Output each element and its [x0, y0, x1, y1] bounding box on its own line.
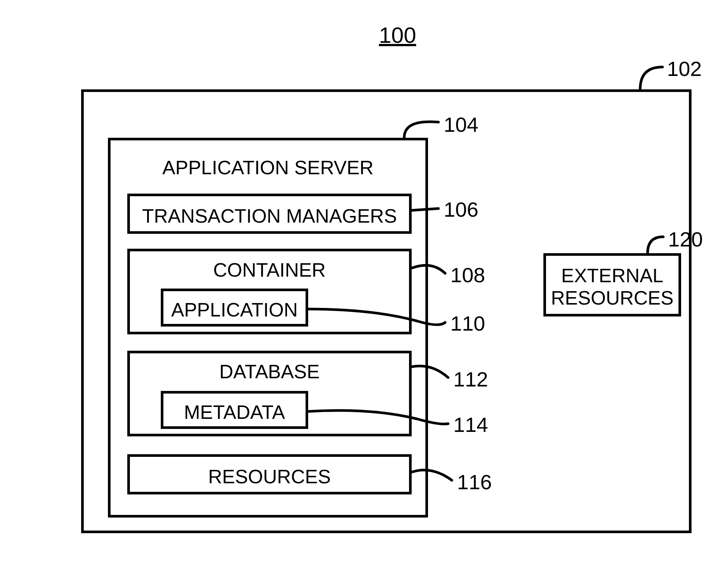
application-label: APPLICATION: [161, 299, 308, 321]
ref-112: 112: [453, 367, 488, 391]
diagram-canvas: 100 102 APPLICATION SERVER 104 TRANSACTI…: [0, 0, 728, 573]
external-resources-line2: RESOURCES: [543, 287, 681, 309]
database-label: DATABASE: [127, 360, 412, 383]
container-label: CONTAINER: [127, 259, 412, 281]
ref-116: 116: [457, 470, 492, 494]
external-resources-line1: EXTERNAL: [543, 264, 681, 287]
figure-ref-100: 100: [379, 22, 416, 48]
metadata-label: METADATA: [161, 401, 308, 423]
ref-114: 114: [453, 413, 488, 437]
transaction-managers-label: TRANSACTION MANAGERS: [127, 205, 412, 227]
ref-108: 108: [450, 263, 485, 287]
ref-120: 120: [668, 227, 703, 251]
application-server-title: APPLICATION SERVER: [108, 156, 428, 179]
ref-110: 110: [450, 311, 485, 335]
ref-104: 104: [444, 112, 478, 137]
ref-102: 102: [667, 57, 702, 81]
resources-label: RESOURCES: [127, 465, 412, 488]
ref-106: 106: [444, 197, 478, 222]
